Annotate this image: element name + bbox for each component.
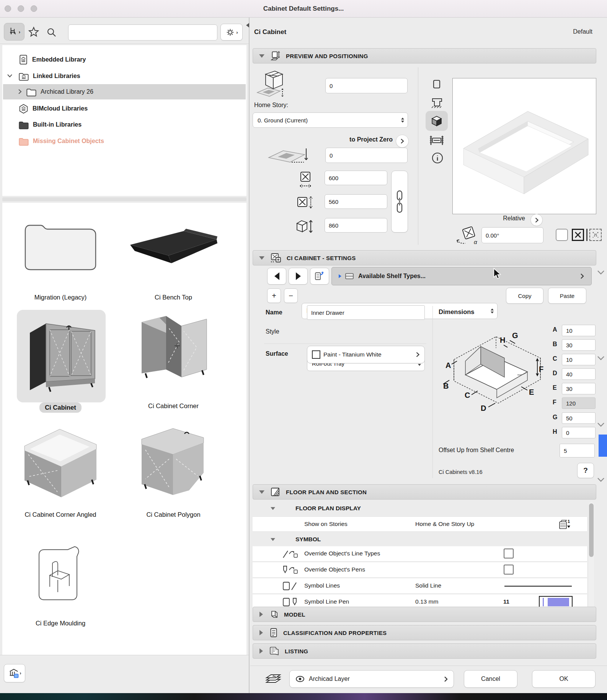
chevron-right-icon[interactable] (18, 89, 22, 94)
library-settings-button[interactable]: › (220, 24, 243, 41)
section-model[interactable]: MODEL (253, 607, 596, 622)
override-pens-checkbox[interactable] (504, 565, 514, 575)
depth-field[interactable]: 560 (325, 194, 387, 209)
bottom-offset-field[interactable]: 0 (325, 148, 408, 163)
name-field[interactable]: Inner Drawer (307, 305, 425, 320)
object-preview-viewport[interactable] (452, 78, 596, 214)
info-button[interactable] (431, 151, 444, 164)
line-type-preview[interactable] (504, 586, 572, 587)
link-dimensions-button[interactable] (391, 171, 408, 233)
ok-label: OK (559, 676, 568, 682)
override-line-types-checkbox[interactable] (504, 549, 514, 558)
row-symbol-lines[interactable]: Symbol Lines Solid Line (253, 578, 587, 594)
thumbnail-label[interactable]: Ci Cabinet Corner (126, 402, 220, 410)
section-ci-cabinet-settings[interactable]: CI CABINET - SETTINGS (253, 250, 596, 265)
section-classification-properties[interactable]: CLASSIFICATION AND PROPERTIES (253, 625, 596, 640)
view-front-button[interactable] (429, 96, 445, 109)
thumbnail-ci-bench-top[interactable] (126, 228, 219, 268)
chevron-down-icon[interactable] (7, 73, 13, 78)
mirror-on-icon[interactable] (572, 229, 584, 241)
next-page-button[interactable] (289, 268, 308, 285)
sidebar-item-embedded-library[interactable]: Embedded Library (18, 52, 86, 67)
sidebar-item-missing-cabinet-objects[interactable]: Missing Cabinet Objects (18, 133, 104, 149)
relative-button[interactable] (530, 214, 543, 226)
transfer-settings-button[interactable] (310, 268, 329, 285)
dialog-scrollbar-thumb[interactable] (599, 435, 607, 457)
previous-page-button[interactable] (267, 268, 286, 285)
thumbnail-label[interactable]: Ci Edge Moulding (11, 620, 109, 627)
subsection-symbol[interactable]: SYMBOL (253, 532, 587, 546)
pen-color-block (548, 598, 569, 606)
view-3d-button[interactable] (426, 111, 448, 131)
subsection-floor-plan-display[interactable]: FLOOR PLAN DISPLAY (253, 501, 587, 516)
offset-field[interactable]: 5 (560, 444, 595, 457)
thumbnail-ci-cabinet[interactable] (24, 314, 99, 395)
row-override-pens[interactable]: Override Object's Pens (253, 562, 587, 578)
favorites-button[interactable] (28, 26, 40, 38)
thumbnail-label[interactable]: Ci Cabinet Polygon (126, 511, 220, 518)
thumbnail-label-selected[interactable]: Ci Cabinet (11, 402, 109, 413)
home-story-select[interactable]: 0. Ground (Current) (253, 112, 408, 128)
dim-a-field[interactable]: 10 (562, 325, 596, 336)
surface-button[interactable]: Paint - Titanium White (307, 346, 425, 363)
scroll-chevron-icon[interactable] (597, 356, 605, 360)
preview-animation-button[interactable] (429, 134, 445, 147)
dim-e-field[interactable]: 30 (562, 383, 596, 394)
sidebar-item-built-in-libraries[interactable]: Built-in Libraries (18, 117, 82, 132)
search-button[interactable] (46, 27, 57, 38)
add-shelf-button[interactable]: + (267, 288, 281, 303)
thumbnail-ci-edge-moulding[interactable] (35, 545, 87, 601)
panel-divider[interactable] (249, 18, 250, 693)
row-show-on-stories[interactable]: Show on Stories Home & One Story Up 1 (253, 516, 587, 532)
scroll-chevron-icon[interactable] (597, 477, 605, 482)
row-override-line-types[interactable]: Override Object's Line Types (253, 546, 587, 562)
mirror-off-icon[interactable] (589, 229, 602, 241)
chevron-right-icon: › (20, 671, 21, 676)
override-pens-icon (282, 565, 299, 575)
settings-page-selector[interactable]: Available Shelf Types... (331, 267, 592, 285)
thumbnail-ci-cabinet-polygon[interactable] (136, 422, 209, 501)
search-input[interactable] (68, 24, 217, 41)
object-type-button[interactable]: › (4, 23, 24, 41)
dim-g-field[interactable]: 50 (562, 412, 596, 424)
thumbnail-ci-cabinet-corner-angled[interactable] (18, 422, 103, 501)
copy-button[interactable]: Copy (506, 288, 543, 304)
cube-3d-icon (430, 114, 443, 127)
thumbnail-label[interactable]: Ci Cabinet Corner Angled (8, 511, 113, 518)
panel-splitter[interactable] (2, 197, 246, 201)
section-listing[interactable]: LISTING (253, 643, 596, 659)
name-label: Name (266, 309, 282, 316)
to-project-zero-button[interactable] (396, 135, 409, 148)
scroll-chevron-icon[interactable] (597, 270, 605, 275)
ok-button[interactable]: OK (532, 670, 596, 688)
library-manager-button[interactable]: › (4, 664, 25, 682)
use-symbol-rotation-checkbox[interactable] (556, 229, 568, 241)
collapse-panel-icon[interactable] (246, 23, 249, 28)
sidebar-item-bimcloud-libraries[interactable]: BIMcloud Libraries (18, 101, 88, 116)
top-offset-field[interactable]: 0 (325, 78, 408, 93)
thumbnail-label[interactable]: Ci Bench Top (126, 294, 220, 301)
layer-select[interactable]: Archicad Layer (289, 670, 454, 688)
dim-d-field[interactable]: 40 (562, 368, 596, 380)
dim-c-field[interactable]: 10 (562, 354, 596, 365)
dim-h-field[interactable]: 0 (562, 427, 596, 438)
width-field[interactable]: 600 (325, 171, 387, 185)
thumbnail-ci-cabinet-corner[interactable] (136, 309, 211, 395)
paste-button[interactable]: Paste (548, 288, 586, 304)
view-2d-symbol-button[interactable] (432, 79, 441, 90)
cancel-button[interactable]: Cancel (464, 670, 517, 688)
section-floor-plan[interactable]: FLOOR PLAN AND SECTION (253, 484, 596, 500)
sidebar-item-linked-libraries[interactable]: Linked Libraries (18, 68, 80, 84)
height-field[interactable]: 860 (325, 218, 387, 233)
sidebar-item-archicad-library-26[interactable]: Archicad Library 26 (26, 84, 93, 99)
inner-scrollbar-thumb[interactable] (589, 503, 594, 557)
thumbnail-label[interactable]: Migration (Legacy) (11, 294, 109, 301)
scroll-chevron-icon[interactable] (597, 422, 605, 427)
thumbnail-migration-legacy[interactable] (23, 222, 98, 270)
help-button[interactable]: ? (577, 463, 594, 478)
remove-shelf-button[interactable]: − (284, 288, 298, 303)
section-preview-positioning[interactable]: PREVIEW AND POSITIONING (253, 48, 596, 63)
dim-b-field[interactable]: 30 (562, 339, 596, 351)
rotation-angle-field[interactable]: 0.00° (481, 227, 543, 243)
dim-f-field-selected[interactable]: 120 (562, 397, 596, 409)
